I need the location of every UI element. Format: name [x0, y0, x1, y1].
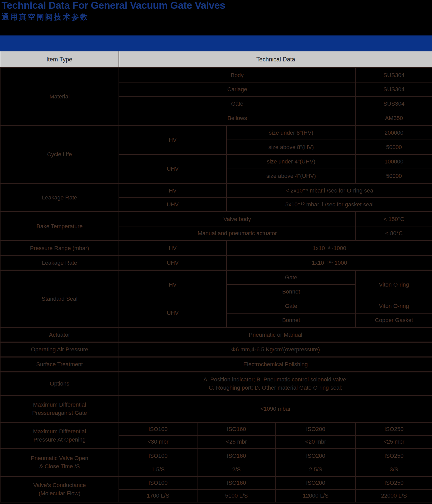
table-row: Maximum Differential Pressureagainst Gat… [0, 395, 432, 423]
actuator-value: Pneumatic or Manual [119, 327, 432, 342]
cycle-life-hv-mode: HV [119, 125, 227, 154]
valve-time-label: Pneumatic Valve Open & Close Time /S [0, 448, 119, 476]
max-diff-gate-value: <1090 mbar [119, 395, 432, 423]
conductance-value-iso100: 1700 L/S [119, 489, 197, 502]
material-bellows-value: AM350 [356, 111, 432, 125]
material-body-value: SUS304 [356, 68, 432, 82]
header-item-type: Item Type [0, 51, 119, 68]
page-title: Technical Data For General Vacuum Gate V… [2, 0, 432, 11]
seal-uhv-gate-name: Gate [227, 299, 356, 313]
table-row: Cycle Life HV size under 8"(HV) 200000 [0, 125, 432, 140]
blue-banner [0, 35, 432, 51]
surface-treatment-label: Surface Treatment [0, 357, 119, 372]
valve-time-size-iso250: ISO250 [356, 448, 432, 463]
table-row: Bake Temperature Valve body < 150°C [0, 212, 432, 226]
table-row: Standard Seal HV Gate Viton O-ring [0, 270, 432, 285]
material-body-name: Body [119, 68, 356, 82]
valve-time-value-iso100: 1.5/S [119, 463, 197, 476]
max-diff-opening-size-iso200: ISO200 [276, 423, 356, 435]
table-row: Valve’s Conductance (Molecular Flow) ISO… [0, 476, 432, 489]
leakage-rate-hv-value: < 2x10⁻⁹ mbar.l /sec for O-ring sea [227, 184, 432, 198]
pressure-range-mode: HV [119, 241, 227, 255]
max-diff-opening-size-iso100: ISO100 [119, 423, 197, 435]
conductance-size-iso250: ISO250 [356, 476, 432, 489]
bake-actuator-value: < 80°C [356, 226, 432, 241]
page-subtitle-chinese: 通用真空闸阀技术参数 [2, 12, 432, 22]
material-gate-name: Gate [119, 97, 356, 111]
options-label: Options [0, 372, 119, 395]
material-cariage-value: SUS304 [356, 82, 432, 97]
valve-time-value-iso200: 2.5/S [276, 463, 356, 476]
seal-hv-mode: HV [119, 270, 227, 299]
table-row: Leakage Rate UHV 1x10⁻¹⁰~1000 [0, 255, 432, 270]
cycle-life-uhv-above4-value: 50000 [356, 169, 432, 184]
material-bellows-name: Bellows [119, 111, 356, 125]
table-row: Pneumatic Valve Open & Close Time /S ISO… [0, 448, 432, 463]
cycle-life-uhv-above4-name: size above 4"(UHV) [227, 169, 356, 184]
seal-uhv-mode: UHV [119, 299, 227, 327]
cycle-life-hv-above8-value: 50000 [356, 140, 432, 154]
max-diff-opening-label: Maximum Differential Pressure At Opening [0, 423, 119, 448]
valve-time-size-iso100: ISO100 [119, 448, 197, 463]
table-row: Leakage Rate HV < 2x10⁻⁹ mbar.l /sec for… [0, 184, 432, 198]
actuator-label: Actuator [0, 327, 119, 342]
conductance-size-iso100: ISO100 [119, 476, 197, 489]
seal-uhv-bonnet-value: Copper Gasket [356, 313, 432, 327]
operating-air-pressure-label: Operating Air Pressure [0, 342, 119, 357]
max-diff-opening-value-iso100: <30 mbr [119, 435, 197, 448]
cycle-life-label: Cycle Life [0, 125, 119, 184]
max-diff-opening-value-iso250: <25 mbr [356, 435, 432, 448]
seal-hv-value: Viton O-ring [356, 270, 432, 299]
bake-valve-body-value: < 150°C [356, 212, 432, 226]
max-diff-opening-value-iso160: <25 mbr [197, 435, 276, 448]
bake-actuator-name: Manual and pneumatic actuator [119, 226, 356, 241]
cycle-life-hv-under8-name: size under 8"(HV) [227, 125, 356, 140]
table-row: Surface Treatment Electrochemical Polish… [0, 357, 432, 372]
table-row: Maximum Differential Pressure At Opening… [0, 423, 432, 435]
table-row: Operating Air Pressure Φ6 mm,4-6.5 Kg/cm… [0, 342, 432, 357]
conductance-value-iso250: 22000 L/S [356, 489, 432, 502]
table-row: Actuator Pneumatic or Manual [0, 327, 432, 342]
leakage-rate-label: Leakage Rate [0, 184, 119, 212]
conductance-value-iso200: 12000 L/S [276, 489, 356, 502]
valve-time-size-iso160: ISO160 [197, 448, 276, 463]
table-row: Options A. Position indicator; B. Pneuma… [0, 372, 432, 395]
seal-uhv-bonnet-name: Bonnet [227, 313, 356, 327]
table-row: Material Body SUS304 [0, 68, 432, 82]
pressure-range-label: Pressure Range (mbar) [0, 241, 119, 255]
operating-air-pressure-value: Φ6 mm,4-6.5 Kg/cm’(overpressure) [119, 342, 432, 357]
conductance-value-iso160: 5100 L/S [197, 489, 276, 502]
standard-seal-label: Standard Seal [0, 270, 119, 327]
leakage-rate-uhv-label: Leakage Rate [0, 255, 119, 270]
technical-data-table: Item Type Technical Data Material Body S… [0, 51, 432, 502]
leakage-rate-uhv-range-value: 1x10⁻¹⁰~1000 [227, 255, 432, 270]
title-block: Technical Data For General Vacuum Gate V… [0, 0, 432, 35]
options-value: A. Position indicator; B. Pneumatic cont… [119, 372, 432, 395]
seal-uhv-gate-value: Viton O-ring [356, 299, 432, 313]
table-header-row: Item Type Technical Data [0, 51, 432, 68]
bake-valve-body-name: Valve body [119, 212, 356, 226]
material-label: Material [0, 68, 119, 125]
leakage-rate-uhv-value: 5x10⁻¹⁰ mbar. l /sec for gasket seal [227, 198, 432, 212]
conductance-label: Valve’s Conductance (Molecular Flow) [0, 476, 119, 502]
material-cariage-name: Cariage [119, 82, 356, 97]
material-gate-value: SUS304 [356, 97, 432, 111]
surface-treatment-value: Electrochemical Polishing [119, 357, 432, 372]
leakage-rate-uhv-range-mode: UHV [119, 255, 227, 270]
valve-time-value-iso250: 3/S [356, 463, 432, 476]
cycle-life-hv-above8-name: size above 8"(HV) [227, 140, 356, 154]
max-diff-gate-label: Maximum Differential Pressureagainst Gat… [0, 395, 119, 423]
conductance-size-iso200: ISO200 [276, 476, 356, 489]
pressure-range-value: 1x10⁻⁸~1000 [227, 241, 432, 255]
seal-hv-gate-name: Gate [227, 270, 356, 285]
seal-hv-bonnet-name: Bonnet [227, 285, 356, 299]
cycle-life-hv-under8-value: 200000 [356, 125, 432, 140]
cycle-life-uhv-mode: UHV [119, 154, 227, 184]
leakage-rate-hv-mode: HV [119, 184, 227, 198]
table-row: Pressure Range (mbar) HV 1x10⁻⁸~1000 [0, 241, 432, 255]
max-diff-opening-size-iso160: ISO160 [197, 423, 276, 435]
bake-temperature-label: Bake Temperature [0, 212, 119, 241]
header-technical-data: Technical Data [119, 51, 432, 68]
valve-time-size-iso200: ISO200 [276, 448, 356, 463]
conductance-size-iso160: ISO160 [197, 476, 276, 489]
